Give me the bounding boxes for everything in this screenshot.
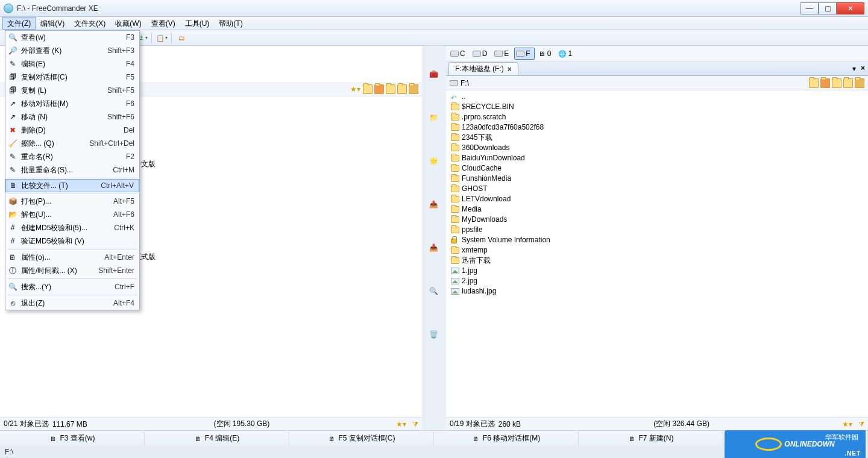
list-item[interactable]: MyDownloads [451,215,863,225]
maximize-button[interactable]: ▢ [819,2,837,14]
hotkey-button[interactable]: 🗎F6 移动对话框(M) [434,431,579,447]
list-item[interactable]: 123a0dfcd3a7f60a502f68 [451,122,863,133]
folder-icon[interactable] [409,84,418,94]
close-icon[interactable]: × [508,65,512,74]
menu-item[interactable]: 🗎比较文件... (T)Ctrl+Alt+V [5,179,139,192]
menu-item[interactable]: 📦打包(P)...Alt+F5 [5,195,139,208]
menu-item-shortcut: F4 [126,60,134,68]
drive-button[interactable]: D [471,48,492,60]
hotkey-button[interactable]: 🗎F4 编辑(E) [145,431,289,447]
menu-item[interactable]: 🧹擦除... (Q)Shift+Ctrl+Del [5,137,139,150]
list-item[interactable]: ludashi.jpg [451,286,863,296]
list-item[interactable]: .prpro.scratch [451,112,863,122]
close-all-tabs-icon[interactable]: × [861,64,865,72]
list-item[interactable]: .. [451,92,863,102]
hotkey-button[interactable]: 🗎F3 查看(w) [0,431,145,447]
menu-item[interactable]: 🗐复制 (L)Shift+F5 [5,84,139,97]
toolbox-icon[interactable]: 🧰 [429,70,442,83]
filter-icon[interactable] [412,420,418,428]
drive-icon: 🌐 [558,49,567,58]
settings-icon[interactable]: 🗂 [175,31,188,45]
folder-icon[interactable] [363,84,373,94]
list-item[interactable]: ppsfile [451,225,863,235]
folder-icon[interactable] [397,84,407,94]
drive-button[interactable]: F [514,48,534,60]
close-button[interactable]: ✕ [837,2,864,14]
menu-edit[interactable]: 编辑(V) [36,17,69,30]
favorites-star-icon[interactable]: 🌟 [429,157,442,170]
menu-item[interactable]: 🔎外部查看 (K)Shift+F3 [5,44,139,57]
menu-item[interactable]: 🔍搜索...(Y)Ctrl+F [5,280,139,293]
favorite-icon[interactable]: ★▾ [396,420,406,428]
move-right-icon[interactable]: 📥 [429,243,442,257]
hotkey-button[interactable]: 🗎F7 新建(N) [579,431,723,447]
list-item[interactable]: 迅雷下载 [451,256,863,266]
menu-item[interactable]: ⎋退出(Z)Alt+F4 [5,296,139,310]
folder-action-icon[interactable]: 📁 [429,113,442,127]
menu-item[interactable]: ✎重命名(R)F2 [5,150,139,163]
menu-favorites[interactable]: 收藏(W) [110,17,146,30]
list-item[interactable]: GHOST [451,184,863,194]
folder-icon[interactable] [843,78,853,88]
menu-folder[interactable]: 文件夹(X) [69,17,110,30]
list-item[interactable]: FunshionMedia [451,174,863,184]
menu-item-shortcut: Del [124,126,134,134]
list-item[interactable]: $RECYCLE.BIN [451,102,863,112]
list-item[interactable]: 2345下载 [451,133,863,143]
folder-orange-icon[interactable] [374,84,384,94]
list-item[interactable]: System Volume Information [451,235,863,245]
list-item[interactable]: BaiduYunDownload [451,153,863,163]
list-item[interactable]: 1.jpg [451,266,863,276]
menu-item[interactable]: ⓘ属性/时间戳... (X)Shift+Enter [5,264,139,277]
paste-icon[interactable]: 📋▾ [155,31,168,45]
menu-file[interactable]: 文件(Z) [2,17,36,30]
hotkey-button[interactable]: 🗎F5 复制对话框(C) [289,431,434,447]
right-filelist[interactable]: ..$RECYCLE.BIN.prpro.scratch123a0dfcd3a7… [446,90,868,417]
folder-orange-icon[interactable] [820,78,830,88]
drive-button[interactable]: 🖥0 [536,48,556,60]
drive-button[interactable]: 🌐1 [556,48,576,60]
right-path[interactable]: F:\ [450,79,809,87]
favorite-icon[interactable]: ★▾ [350,85,360,93]
list-item[interactable]: CloudCache [451,163,863,174]
menu-item[interactable]: ✎编辑(E)F4 [5,57,139,71]
tab-dropdown-icon[interactable]: ▾ [852,64,856,73]
menu-item[interactable]: 🗎属性(o)...Alt+Enter [5,251,139,264]
window-titlebar: F:\ - FreeCommander XE — ▢ ✕ [0,0,868,17]
menu-item-icon: 📂 [8,210,17,219]
menu-item[interactable]: ↗移动对话框(M)F6 [5,97,139,110]
list-item[interactable]: LETVdownload [451,194,863,204]
folder-icon[interactable] [386,84,395,94]
drive-button[interactable]: E [492,48,513,60]
menu-item[interactable]: ✎批量重命名(S)...Ctrl+M [5,163,139,177]
menu-help[interactable]: 帮助(T) [214,17,247,30]
right-tab[interactable]: F:本地磁盘 (F:) × [448,62,518,75]
menu-item[interactable]: 📂解包(U)...Alt+F6 [5,208,139,221]
recycle-bin-icon[interactable]: 🗑️ [429,330,442,344]
list-item[interactable]: Media [451,204,863,215]
menu-item[interactable]: ✖删除(D)Del [5,124,139,137]
folder-icon[interactable] [855,78,864,88]
watermark-net: .NET [844,450,861,457]
list-item[interactable]: 360Downloads [451,143,863,153]
folder-icon[interactable] [832,78,841,88]
menu-item[interactable]: 🗐复制对话框(C)F5 [5,71,139,84]
drive-button[interactable]: C [448,48,470,60]
menu-item[interactable]: 🔍查看(w)F3 [5,31,139,44]
list-item[interactable]: xmtemp [451,245,863,256]
menu-item[interactable]: #验证MD5校验和 (V) [5,234,139,248]
move-left-icon[interactable]: 📤 [429,200,442,213]
drive-icon [516,51,524,57]
minimize-button[interactable]: — [800,2,819,14]
list-item[interactable]: 2.jpg [451,276,863,286]
menu-item-label: 批量重命名(S)... [21,165,73,175]
file-name: 123a0dfcd3a7f60a502f68 [462,122,544,133]
menu-view[interactable]: 查看(V) [146,17,180,30]
menu-item[interactable]: #创建MD5校验和(5)...Ctrl+K [5,221,139,234]
filter-icon[interactable] [858,420,864,428]
folder-icon[interactable] [809,78,819,88]
favorite-icon[interactable]: ★▾ [842,420,852,428]
menu-tools[interactable]: 工具(U) [180,17,215,30]
magnifier-icon[interactable]: 🔍 [429,287,442,300]
menu-item[interactable]: ↗移动 (N)Shift+F6 [5,110,139,124]
